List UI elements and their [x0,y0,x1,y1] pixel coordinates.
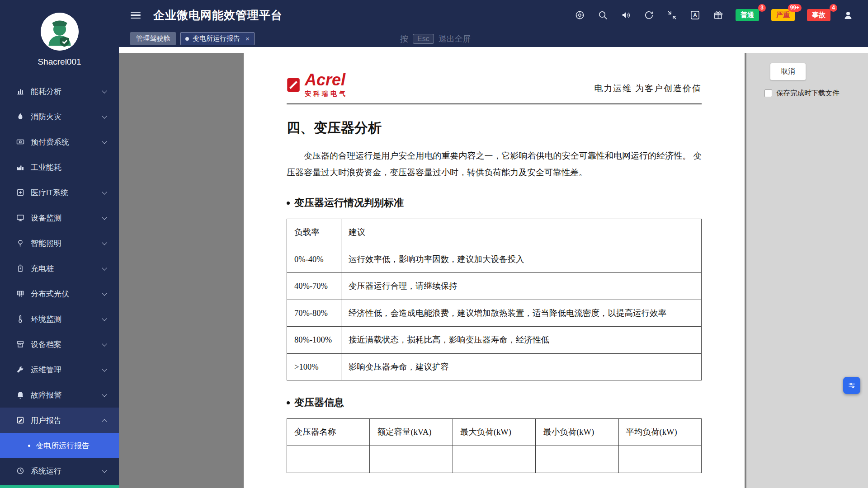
sidebar-item-user-report[interactable]: 用户报告 [0,408,119,433]
table-header-cell: 变压器名称 [287,419,370,446]
bullet-icon [287,401,290,404]
sidebar-item-label: 环境监测 [31,314,61,324]
app-title: 企业微电网能效管理平台 [153,8,283,23]
brand-tagline: 电力运维 为客户创造价值 [594,83,702,98]
sidebar-item-prepaid-system[interactable]: 预付费系统 [0,129,119,155]
table-cell [453,446,535,473]
sidebar-item-smart-lighting[interactable]: 智能照明 [0,230,119,256]
table-row: 80%-100% 接近满载状态，损耗比高，影响变压器寿命，经济性低 [287,327,702,354]
sidebar-item-label: 工业能耗 [31,162,61,173]
section-heading: 四、变压器分析 [287,119,702,137]
sidebar-item-industrial-energy[interactable]: 工业能耗 [0,155,119,180]
sidebar-bottom-accent [0,485,119,488]
tab-substation-report[interactable]: 变电所运行报告 × [180,32,255,45]
alarm-count-badge: 4 [830,4,837,12]
sidebar-item-charging-pile[interactable]: 充电桩 [0,256,119,281]
sidebar-item-equipment-monitoring[interactable]: 设备监测 [0,205,119,230]
tab-label: 变电所运行报告 [193,34,240,43]
subsection-criteria: 变压器运行情况判别标准 [287,196,702,210]
table-header-row: 负载率 建议 [287,219,702,246]
translate-icon[interactable]: A [689,10,700,21]
table-header-cell: 最小负荷(kW) [536,419,618,446]
bulb-icon [16,239,24,247]
sidebar-item-medical-it[interactable]: 医疗IT系统 [0,180,119,205]
download-checkbox[interactable] [764,89,772,97]
alarm-badge-accident[interactable]: 事故 4 [807,9,830,21]
sidebar-item-ops-management[interactable]: 运维管理 [0,357,119,382]
alarm-badge-normal[interactable]: 普通 3 [736,9,759,21]
chevron-down-icon [102,341,107,346]
sidebar-username: Shacrel001 [0,57,119,67]
table-cell [287,446,370,473]
chevron-down-icon [102,215,107,220]
acrel-logo: Acrel 安科瑞电气 [287,72,348,98]
sidebar-item-label: 消防火灾 [31,112,61,122]
hint-suffix: 退出全屏 [439,33,471,44]
exit-fullscreen-icon[interactable] [666,10,677,21]
table-cell: 影响变压器寿命，建议扩容 [341,353,702,380]
volume-icon[interactable] [620,10,631,21]
table-cell: 40%-70% [287,273,341,300]
table-header-cell: 平均负荷(kW) [618,419,701,446]
transformer-info-table: 变压器名称 额定容量(kVA) 最大负荷(kW) 最小负荷(kW) 平均负荷(k… [287,418,702,473]
sidebar-item-distributed-pv[interactable]: 分布式光伏 [0,281,119,306]
table-row: 40%-70% 变压器运行合理，请继续保持 [287,273,702,300]
avatar [41,13,79,51]
user-icon[interactable] [843,10,854,21]
sidebar-item-equipment-archive[interactable]: 设备档案 [0,332,119,357]
alarm-count-badge: 3 [758,4,766,12]
table-header-cell: 负载率 [287,219,341,246]
report-header: Acrel 安科瑞电气 电力运维 为客户创造价值 [287,72,702,98]
sidebar-item-environment-monitoring[interactable]: 环境监测 [0,306,119,332]
report-icon [16,416,24,424]
gauge-icon[interactable] [574,10,585,21]
fullscreen-exit-hint: 按 Esc 退出全屏 [400,33,471,44]
intro-paragraph: 变压器的合理运行是用户安全用电的重要内容之一，它影响着供电的安全可靠性和电网运行… [287,147,702,181]
topbar-tools: A 普通 3 严重 99+ 事故 4 [574,9,854,21]
table-row: 0%-40% 运行效率低，影响功率因数，建议加大设备投入 [287,246,702,273]
export-panel: 取消 保存完成时下载文件 [746,53,868,488]
sidebar-item-fire-protection[interactable]: 消防火灾 [0,104,119,129]
chevron-down-icon [102,88,107,93]
subsection-transformer-info: 变压器信息 [287,396,702,409]
subsection-title: 变压器运行情况判别标准 [294,196,404,210]
table-cell: 80%-100% [287,327,341,354]
table-cell: 接近满载状态，损耗比高，影响变压器寿命，经济性低 [341,327,702,354]
chevron-down-icon [102,139,107,144]
search-icon[interactable] [597,10,608,21]
chevron-down-icon [102,366,107,371]
sidebar-subitem-substation-report[interactable]: 变电所运行报告 [0,433,119,458]
chevron-up-icon [102,419,107,424]
alarm-badge-label: 严重 [776,11,790,19]
table-cell: 70%-80% [287,300,341,327]
svg-text:A: A [693,12,697,19]
charging-icon [16,264,24,272]
main-area: 企业微电网能效管理平台 [119,0,868,488]
acrel-logo-icon [287,77,300,93]
gift-icon[interactable] [712,10,723,21]
sliders-icon [847,381,856,390]
chevron-down-icon [102,113,107,118]
cancel-button[interactable]: 取消 [770,63,806,80]
hamburger-menu-icon[interactable] [131,12,141,19]
table-row: >100% 影响变压器寿命，建议扩容 [287,353,702,380]
report-page: Acrel 安科瑞电气 电力运维 为客户创造价值 四、变压器分析 变压器的合理运… [244,53,745,488]
download-checkbox-label: 保存完成时下载文件 [776,89,840,98]
content-area: Acrel 安科瑞电气 电力运维 为客户创造价值 四、变压器分析 变压器的合理运… [119,47,868,488]
alarm-badge-severe[interactable]: 严重 99+ [771,9,795,21]
thermometer-icon [16,315,24,323]
sidebar: Shacrel001 能耗分析 消防火灾 [0,0,119,488]
solar-icon [16,290,24,298]
chevron-down-icon [102,468,107,473]
report-preview-pane[interactable]: Acrel 安科瑞电气 电力运维 为客户创造价值 四、变压器分析 变压器的合理运… [119,53,746,488]
sidebar-item-system-operation[interactable]: 系统运行 [0,458,119,483]
sidebar-item-energy-analysis[interactable]: 能耗分析 [0,79,119,104]
settings-float-button[interactable] [843,377,860,394]
refresh-icon[interactable] [643,10,654,21]
chevron-down-icon [102,265,107,270]
criteria-table: 负载率 建议 0%-40% 运行效率低，影响功率因数，建议加大设备投入 40%-… [287,219,702,380]
tab-management-cockpit[interactable]: 管理驾驶舱 [130,32,176,45]
close-icon[interactable]: × [245,35,250,42]
sidebar-item-fault-alarm[interactable]: 故障报警 [0,382,119,408]
bullet-icon [287,202,290,205]
